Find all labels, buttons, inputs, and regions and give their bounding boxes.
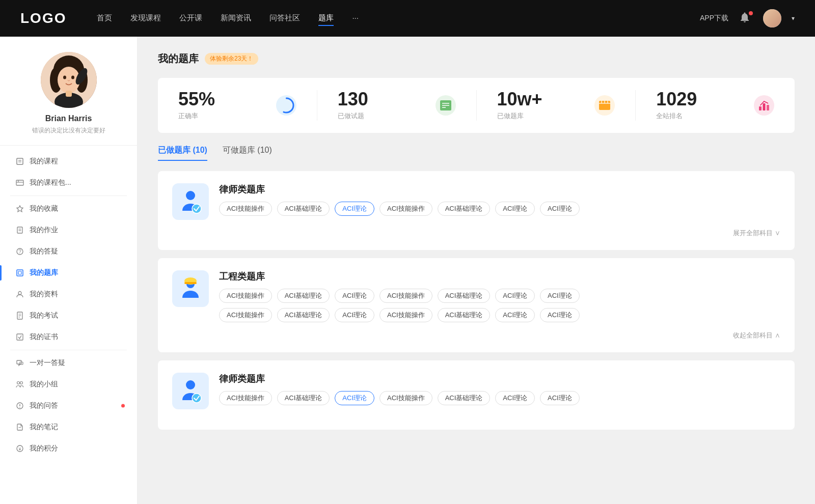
sidebar-item-my-exams[interactable]: 我的考试 [0, 305, 137, 326]
svg-text:¥: ¥ [18, 446, 21, 452]
tags-row-lawyer1: ACI技能操作 ACI基础理论 ACI理论 ACI技能操作 ACI基础理论 AC… [219, 202, 780, 216]
nav-link-home[interactable]: 首页 [97, 11, 112, 26]
sidebar-item-my-points[interactable]: ¥ 我的积分 [0, 438, 137, 459]
svg-rect-22 [17, 270, 23, 276]
sidebar-item-my-certs[interactable]: 我的证书 [0, 326, 137, 348]
tag-item[interactable]: ACI技能操作 [379, 391, 432, 405]
nav-link-more[interactable]: ··· [352, 11, 359, 26]
sidebar-label: 我的课程包... [30, 178, 71, 187]
svg-rect-17 [17, 227, 22, 233]
tag-item[interactable]: ACI理论 [540, 391, 580, 405]
tag-item[interactable]: ACI理论 [495, 308, 535, 322]
answers-notification-dot [121, 404, 125, 408]
tabs-row: 已做题库 (10) 可做题库 (10) [158, 145, 795, 161]
tag-item[interactable]: ACI技能操作 [219, 202, 272, 216]
main-layout: Brian Harris 错误的决定比没有决定要好 我的课程 我的课程包... [0, 37, 815, 504]
accuracy-chart-icon [276, 95, 296, 116]
nav-right: APP下载 ▾ [700, 9, 795, 27]
sidebar-item-one-on-one[interactable]: 一对一答疑 [0, 352, 137, 374]
stat-questions-value: 130 [338, 90, 436, 108]
stat-accuracy-value: 55% [178, 90, 276, 108]
tag-item[interactable]: ACI基础理论 [438, 308, 491, 322]
svg-point-6 [71, 76, 74, 79]
sidebar-item-my-group[interactable]: 我的小组 [0, 374, 137, 395]
sidebar-item-my-qa[interactable]: ? 我的答疑 [0, 241, 137, 262]
group-icon [15, 380, 24, 389]
qa-icon: ? [15, 247, 24, 256]
nav-link-news[interactable]: 新闻资讯 [221, 11, 251, 26]
tag-item[interactable]: ACI基础理论 [277, 308, 330, 322]
sidebar-item-my-profile[interactable]: 我的资料 [0, 284, 137, 305]
user-menu-chevron[interactable]: ▾ [792, 15, 795, 22]
tag-item[interactable]: ACI技能操作 [379, 308, 432, 322]
collapse-link-engineer1[interactable]: 收起全部科目 ∧ [733, 331, 780, 339]
svg-point-55 [192, 204, 201, 213]
nav-link-open[interactable]: 公开课 [179, 11, 202, 26]
stat-banks-label: 已做题库 [497, 111, 595, 121]
notification-dot [749, 11, 753, 15]
tag-item[interactable]: ACI基础理论 [277, 202, 330, 216]
tag-item-active[interactable]: ACI理论 [335, 391, 374, 405]
tag-item[interactable]: ACI技能操作 [379, 202, 432, 216]
sidebar-item-my-notes[interactable]: 我的笔记 [0, 416, 137, 438]
nav-link-qa[interactable]: 问答社区 [269, 11, 300, 26]
sidebar-divider [10, 350, 127, 350]
tag-item[interactable]: ACI技能操作 [219, 289, 272, 303]
favorites-icon [15, 204, 24, 213]
packages-icon [15, 178, 24, 187]
profile-motto: 错误的决定比没有决定要好 [32, 126, 105, 135]
svg-text:?: ? [18, 249, 21, 255]
sidebar-label: 我的证书 [30, 332, 58, 342]
tag-item[interactable]: ACI基础理论 [438, 289, 491, 303]
nav-link-discover[interactable]: 发现课程 [130, 11, 161, 26]
banks-icon [594, 95, 615, 116]
page-header: 我的题库 体验剩余23天！ [158, 52, 795, 66]
stat-questions-text: 130 已做试题 [338, 90, 436, 121]
tag-item[interactable]: ACI技能操作 [219, 308, 272, 322]
tag-item[interactable]: ACI理论 [495, 289, 535, 303]
profile-name: Brian Harris [45, 114, 92, 123]
qbank-header: 律师类题库 ACI技能操作 ACI基础理论 ACI理论 ACI技能操作 ACI基… [172, 373, 780, 409]
sidebar-item-my-answers[interactable]: 我的问答 [0, 395, 137, 416]
sidebar-item-my-courses[interactable]: 我的课程 [0, 151, 137, 172]
tab-done-banks[interactable]: 已做题库 (10) [158, 145, 207, 161]
points-icon: ¥ [15, 444, 24, 453]
tag-item[interactable]: ACI理论 [495, 391, 535, 405]
user-avatar[interactable] [763, 9, 781, 27]
tag-item[interactable]: ACI基础理论 [277, 289, 330, 303]
tag-item[interactable]: ACI理论 [540, 289, 580, 303]
tag-item[interactable]: ACI基础理论 [277, 391, 330, 405]
tag-item[interactable]: ACI理论 [335, 289, 374, 303]
tag-item[interactable]: ACI技能操作 [379, 289, 432, 303]
qbank-name: 律师类题库 [219, 373, 780, 385]
nav-logo[interactable]: LOGO [20, 10, 66, 26]
sidebar-item-my-favorites[interactable]: 我的收藏 [0, 198, 137, 219]
stat-banks-text: 10w+ 已做题库 [497, 90, 595, 121]
svg-rect-13 [16, 180, 23, 185]
stat-questions-label: 已做试题 [338, 111, 436, 121]
expand-link-lawyer1[interactable]: 展开全部科目 ∨ [733, 229, 780, 237]
nav-link-qbank[interactable]: 题库 [318, 11, 334, 26]
app-download-button[interactable]: APP下载 [700, 14, 728, 23]
tag-item-active[interactable]: ACI理论 [335, 202, 374, 216]
tag-item[interactable]: ACI基础理论 [438, 391, 491, 405]
sidebar-item-my-homework[interactable]: 我的作业 [0, 219, 137, 241]
qbank-card-lawyer1: 律师类题库 ACI技能操作 ACI基础理论 ACI理论 ACI技能操作 ACI基… [158, 171, 795, 250]
sidebar-item-my-qbank[interactable]: 我的题库 [0, 262, 137, 284]
svg-rect-10 [17, 158, 23, 164]
tag-item[interactable]: ACI技能操作 [219, 391, 272, 405]
tag-item[interactable]: ACI理论 [495, 202, 535, 216]
notification-bell[interactable] [739, 11, 753, 25]
tab-available-banks[interactable]: 可做题库 (10) [223, 145, 272, 161]
tag-item[interactable]: ACI理论 [540, 202, 580, 216]
qbank-title-area: 律师类题库 ACI技能操作 ACI基础理论 ACI理论 ACI技能操作 ACI基… [219, 373, 780, 405]
tag-item[interactable]: ACI基础理论 [438, 202, 491, 216]
sidebar-label: 我的资料 [30, 290, 58, 299]
sidebar-item-my-packages[interactable]: 我的课程包... [0, 172, 137, 193]
sidebar-label: 我的考试 [30, 311, 58, 320]
svg-rect-51 [759, 106, 762, 110]
sidebar-label: 我的笔记 [30, 423, 58, 432]
tag-item[interactable]: ACI理论 [540, 308, 580, 322]
tag-item[interactable]: ACI理论 [335, 308, 374, 322]
stat-banks: 10w+ 已做题库 [477, 90, 636, 121]
